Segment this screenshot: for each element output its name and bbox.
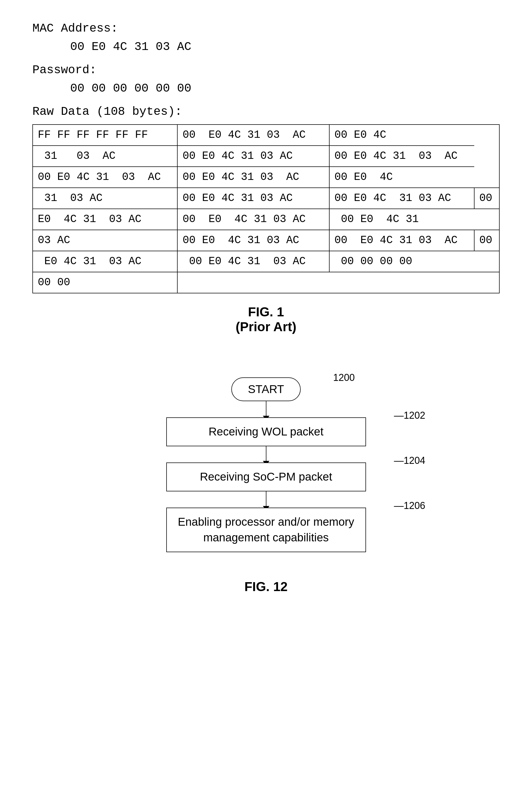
password-label: Password:	[32, 63, 500, 77]
hex-table: FF FF FF FF FF FF 00 E0 4C 31 03 AC 00 E…	[33, 125, 499, 293]
fig1-number: FIG. 1	[32, 305, 500, 319]
node3-line2: management capabilities	[203, 531, 329, 544]
node3-line1: Enabling processor and/or memory	[178, 515, 355, 528]
hex-cell: 03 AC	[33, 230, 177, 251]
hex-cell: 00 E0 4C 31 03 AC	[177, 146, 329, 167]
node2-ref: —1204	[394, 455, 425, 466]
hex-cell: E0 4C 31 03 AC	[33, 209, 177, 230]
table-row: E0 4C 31 03 AC 00 E0 4C 31 03 AC 00 E0 4…	[33, 209, 499, 230]
fig1-section: MAC Address: 00 E0 4C 31 03 AC Password:…	[32, 22, 500, 334]
hex-cell	[177, 272, 329, 293]
table-row: FF FF FF FF FF FF 00 E0 4C 31 03 AC 00 E…	[33, 125, 499, 146]
hex-cell: 00 E0 4C 31 03 AC	[329, 188, 474, 209]
table-row: 00 E0 4C 31 03 AC 00 E0 4C 31 03 AC 00 E…	[33, 167, 499, 188]
node1-ref: —1202	[394, 410, 425, 421]
hex-cell: 00	[474, 188, 499, 209]
table-row: 31 03 AC 00 E0 4C 31 03 AC 00 E0 4C 31 0…	[33, 188, 499, 209]
hex-cell: 00 E0 4C 31 03 AC	[177, 209, 329, 230]
hex-cell: 00 00	[33, 272, 177, 293]
start-node-container: START 1200	[231, 378, 301, 401]
node1: Receiving WOL packet	[166, 417, 366, 446]
arrow-3	[266, 491, 266, 508]
node3-ref: —1206	[394, 500, 425, 511]
fig12-number: FIG. 12	[244, 580, 287, 594]
hex-cell: E0 4C 31 03 AC	[33, 251, 177, 272]
hex-cell	[329, 272, 474, 293]
hex-cell: 31 03 AC	[33, 188, 177, 209]
fig12-section: START 1200 Receiving WOL packet —1202 Re…	[32, 367, 500, 594]
start-ref: 1200	[333, 372, 355, 383]
flowchart: START 1200 Receiving WOL packet —1202 Re…	[32, 367, 500, 563]
hex-cell: 00 E0 4C 31	[329, 209, 499, 230]
hex-cell: 00 E0 4C	[329, 125, 474, 146]
table-row: 00 00	[33, 272, 499, 293]
hex-cell: 00 E0 4C 31 03 AC	[329, 146, 474, 167]
arrow-1	[266, 401, 266, 417]
hex-cell: 00 E0 4C	[329, 167, 474, 188]
table-row: 31 03 AC 00 E0 4C 31 03 AC 00 E0 4C 31 0…	[33, 146, 499, 167]
node1-container: Receiving WOL packet —1202	[166, 417, 366, 446]
hex-cell	[474, 272, 499, 293]
hex-cell: 00 E0 4C 31 03 AC	[177, 230, 329, 251]
raw-data-label: Raw Data (108 bytes):	[32, 105, 500, 118]
node2-container: Receiving SoC-PM packet —1204	[166, 462, 366, 491]
hex-cell: 00 E0 4C 31 03 AC	[177, 125, 329, 146]
fig1-caption: FIG. 1 (Prior Art)	[32, 305, 500, 334]
hex-cell: 00 E0 4C 31 03 AC	[177, 188, 329, 209]
mac-address-label: MAC Address:	[32, 22, 500, 35]
hex-cell: 31 03 AC	[33, 146, 177, 167]
node3: Enabling processor and/or memory managem…	[166, 508, 366, 552]
hex-cell: 00 E0 4C 31 03 AC	[177, 251, 329, 272]
hex-cell: 00	[474, 230, 499, 251]
hex-cell: 00 E0 4C 31 03 AC	[33, 167, 177, 188]
fig1-sub: (Prior Art)	[32, 319, 500, 334]
hex-cell: 00 E0 4C 31 03 AC	[177, 167, 329, 188]
table-row: 03 AC 00 E0 4C 31 03 AC 00 E0 4C 31 03 A…	[33, 230, 499, 251]
start-node: START	[231, 378, 301, 401]
page-content: MAC Address: 00 E0 4C 31 03 AC Password:…	[32, 22, 500, 594]
hex-cell: FF FF FF FF FF FF	[33, 125, 177, 146]
password-value: 00 00 00 00 00 00	[70, 81, 500, 95]
node3-container: Enabling processor and/or memory managem…	[166, 508, 366, 552]
node2: Receiving SoC-PM packet	[166, 462, 366, 491]
fig12-caption: FIG. 12	[32, 579, 500, 594]
mac-address-value: 00 E0 4C 31 03 AC	[70, 40, 500, 54]
hex-cell: 00 00 00 00	[329, 251, 499, 272]
arrow-2	[266, 446, 266, 462]
hex-data-table: FF FF FF FF FF FF 00 E0 4C 31 03 AC 00 E…	[32, 124, 500, 293]
hex-cell: 00 E0 4C 31 03 AC	[329, 230, 474, 251]
table-row: E0 4C 31 03 AC 00 E0 4C 31 03 AC 00 00 0…	[33, 251, 499, 272]
